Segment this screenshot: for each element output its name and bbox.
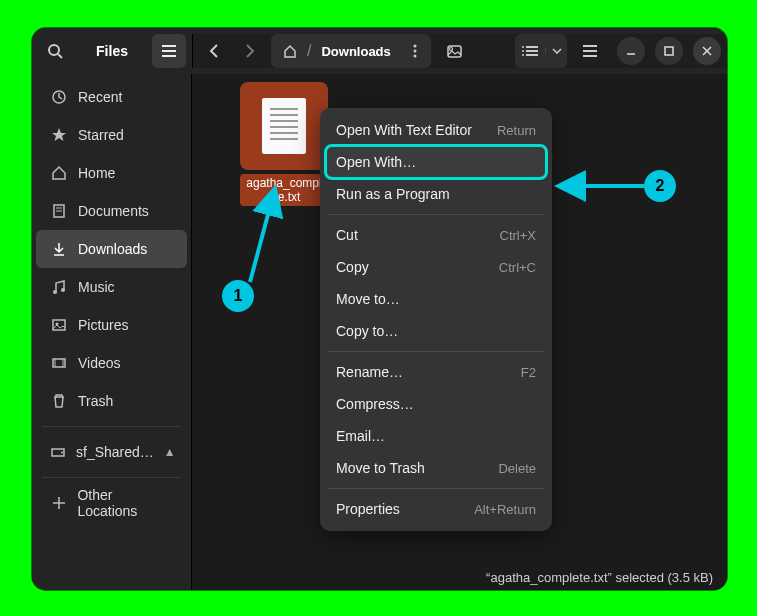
minimize-icon [626,46,636,56]
menu-move-to-trash[interactable]: Move to Trash Delete [326,452,546,484]
location-icon [445,43,463,59]
sidebar-item-other-locations[interactable]: Other Locations [36,484,187,522]
svg-line-1 [58,54,62,58]
sidebar-item-home[interactable]: Home [36,154,187,192]
menu-open-with-text-editor[interactable]: Open With Text Editor Return [326,114,546,146]
forward-button[interactable] [235,34,265,68]
star-icon [50,126,68,144]
home-icon [50,164,68,182]
titlebar-main-header: / Downloads [192,34,727,68]
sidebar-item-label: Recent [78,89,122,105]
pictures-icon [50,316,68,334]
sidebar-item-documents[interactable]: Documents [36,192,187,230]
sidebar-item-recent[interactable]: Recent [36,78,187,116]
minimize-button[interactable] [617,37,645,65]
svg-point-9 [449,48,452,51]
context-menu: Open With Text Editor Return Open With… … [320,108,552,531]
menu-separator [328,351,544,352]
chevron-right-icon [245,44,255,58]
svg-point-5 [413,45,416,48]
sidebar-item-videos[interactable]: Videos [36,344,187,382]
maximize-button[interactable] [655,37,683,65]
svg-point-14 [522,50,524,52]
trash-icon [50,392,68,410]
svg-point-15 [522,54,524,56]
files-view[interactable]: agatha_complete.txt Open With Text Edito… [192,74,727,590]
status-text: “agatha_complete.txt” selected (3.5 kB) [486,570,713,585]
svg-point-35 [61,452,63,454]
sidebar-menu-button[interactable] [152,34,186,68]
sidebar-item-music[interactable]: Music [36,268,187,306]
home-icon [283,44,297,58]
svg-point-7 [413,55,416,58]
videos-icon [50,354,68,372]
toggle-location-button[interactable] [437,34,471,68]
menu-move-to[interactable]: Move to… [326,283,546,315]
downloads-icon [50,240,68,258]
sidebar-item-label: Starred [78,127,124,143]
menu-cut[interactable]: Cut Ctrl+X [326,219,546,251]
window-body: Recent Starred Home Documents Downloads … [32,74,727,590]
search-icon [47,43,63,59]
path-home[interactable] [273,44,307,58]
hamburger-icon [583,45,597,57]
sidebar-item-label: Music [78,279,115,295]
documents-icon [50,202,68,220]
menu-copy-to[interactable]: Copy to… [326,315,546,347]
kebab-icon [413,44,417,58]
path-current[interactable]: Downloads [311,44,400,59]
plus-icon [50,494,67,512]
menu-separator [328,488,544,489]
sidebar-item-label: Videos [78,355,121,371]
search-button[interactable] [38,34,72,68]
svg-rect-29 [53,320,65,330]
sidebar-item-downloads[interactable]: Downloads [36,230,187,268]
menu-run-as-program[interactable]: Run as a Program [326,178,546,210]
hamburger-icon [162,45,176,57]
menu-properties[interactable]: Properties Alt+Return [326,493,546,525]
sidebar-separator [42,477,181,478]
svg-rect-20 [665,47,673,55]
file-thumbnail [240,82,328,170]
close-button[interactable] [693,37,721,65]
menu-separator [328,214,544,215]
view-dropdown[interactable] [545,48,567,54]
main-menu-button[interactable] [573,34,607,68]
path-bar[interactable]: / Downloads [271,34,431,68]
sidebar-item-pictures[interactable]: Pictures [36,306,187,344]
path-menu-button[interactable] [401,44,429,58]
chevron-left-icon [209,44,219,58]
sidebar-item-label: Other Locations [77,487,173,519]
sidebar-item-label: Trash [78,393,113,409]
callout-badge-2: 2 [644,170,676,202]
svg-point-6 [413,50,416,53]
menu-copy[interactable]: Copy Ctrl+C [326,251,546,283]
sidebar-item-label: Documents [78,203,149,219]
svg-point-28 [61,288,65,292]
callout-badge-1: 1 [222,280,254,312]
sidebar-item-label: Downloads [78,241,147,257]
menu-rename[interactable]: Rename… F2 [326,356,546,388]
sidebar-item-label: sf_Shared… [76,444,154,460]
svg-point-27 [53,290,57,294]
sidebar-item-label: Home [78,165,115,181]
eject-icon[interactable]: ▲ [164,445,176,459]
sidebar-item-mount[interactable]: sf_Shared… ▲ [36,433,187,471]
back-button[interactable] [199,34,229,68]
menu-email[interactable]: Email… [326,420,546,452]
titlebar-sidebar-header: Files [32,34,192,68]
sidebar-item-trash[interactable]: Trash [36,382,187,420]
menu-compress[interactable]: Compress… [326,388,546,420]
music-icon [50,278,68,296]
list-view-icon [515,45,545,57]
callout-arrow-1 [242,186,282,286]
menu-open-with[interactable]: Open With… [326,146,546,178]
chevron-down-icon [552,48,562,54]
svg-point-0 [49,45,59,55]
sidebar-item-starred[interactable]: Starred [36,116,187,154]
recent-icon [50,88,68,106]
titlebar: Files / Downloads [32,28,727,74]
sidebar: Recent Starred Home Documents Downloads … [32,74,192,590]
view-mode-button[interactable] [515,34,567,68]
sidebar-item-label: Pictures [78,317,129,333]
